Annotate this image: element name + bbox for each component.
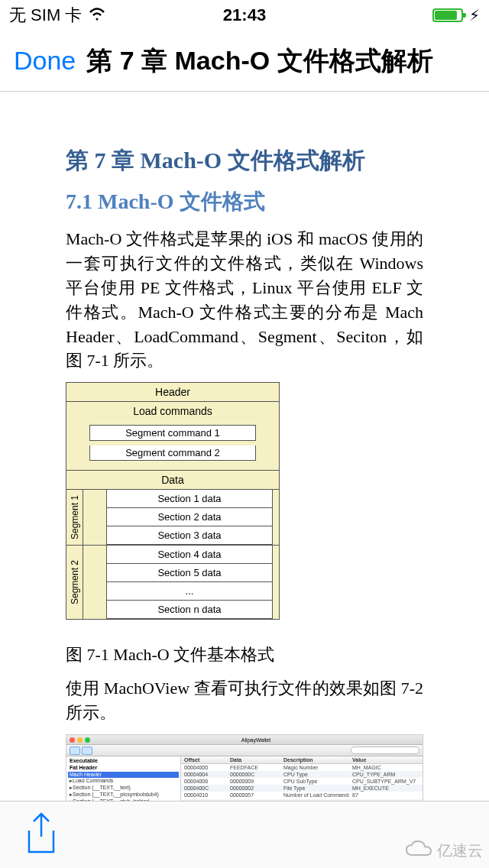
clock: 21:43	[223, 5, 266, 25]
figure-7-1-diagram: Header Load commands Segment command 1 S…	[66, 382, 280, 620]
table-cell: CPU SubType	[280, 778, 349, 785]
table-cell: Magic Number	[280, 764, 349, 771]
table-cell: 0000400C	[181, 785, 227, 792]
column-header: Offset	[181, 756, 227, 763]
table-cell: 00004008	[181, 778, 227, 785]
diagram-section: Section 2 data	[106, 507, 273, 526]
paragraph: 使用 MachOView 查看可执行文件的效果如图 7-2 所示。	[66, 676, 423, 725]
traffic-light-min-icon	[77, 737, 83, 743]
window-title: AlipayWallet	[241, 737, 270, 743]
tree-item: ▸Section (__TEXT,__text)	[68, 785, 179, 792]
table-row: 00004000FEEDFACEMagic NumberMH_MAGIC	[181, 764, 423, 771]
diagram-section: Section 5 data	[106, 563, 273, 582]
table-cell: 00000057	[227, 792, 280, 798]
column-header: Data	[227, 756, 280, 763]
paragraph: Mach-O 文件格式是苹果的 iOS 和 macOS 使用的一套可执行文件的文…	[66, 227, 423, 373]
column-header: Description	[280, 756, 349, 763]
share-button[interactable]	[24, 812, 58, 858]
table-cell: 00000002	[227, 785, 280, 792]
diagram-header-label: Header	[66, 383, 279, 402]
table-cell: Number of Load Commands	[280, 792, 349, 798]
search-field	[351, 747, 419, 754]
diagram-seg1-label: Segment 1	[70, 495, 80, 539]
document-content[interactable]: 第 7 章 Mach-O 文件格式解析 7.1 Mach-O 文件格式 Mach…	[0, 92, 489, 801]
table-cell: CPU_SUBTYPE_ARM_V7	[349, 778, 423, 785]
table-cell: 00000009	[227, 778, 280, 785]
diagram-segcmd-1: Segment command 1	[89, 425, 256, 441]
diagram-seg2-label: Segment 2	[70, 560, 80, 604]
table-cell: 00004000	[181, 764, 227, 771]
diagram-section: ...	[106, 581, 273, 601]
tree-item: Mach Header	[68, 772, 179, 779]
table-cell: CPU Type	[280, 771, 349, 778]
toolbar	[66, 744, 423, 756]
heading-1: 第 7 章 Mach-O 文件格式解析	[66, 145, 423, 177]
diagram-section: Section 1 data	[106, 489, 273, 508]
tree-sidebar: ExecutableFat HeaderMach Header▸Load Com…	[66, 756, 181, 801]
figure-caption: 图 7-1 Mach-O 文件基本格式	[66, 643, 423, 667]
traffic-light-max-icon	[85, 737, 90, 743]
watermark-text: 亿速云	[437, 840, 483, 861]
diagram-section: Section n data	[106, 600, 273, 619]
tree-item: Executable	[68, 758, 179, 765]
diagram-section: Section 4 data	[106, 545, 273, 564]
back-button-icon	[70, 747, 80, 755]
charging-icon: ⚡︎	[469, 6, 480, 24]
nav-bar: Done 第 7 章 Mach-O 文件格式解析	[0, 31, 489, 92]
table-row: 0000400800000009CPU SubTypeCPU_SUBTYPE_A…	[181, 778, 423, 785]
table-cell: MH_MAGIC	[349, 764, 423, 771]
table-cell: File Type	[280, 785, 349, 792]
table-cell: 0000000C	[227, 771, 280, 778]
forward-button-icon	[82, 747, 92, 755]
battery-icon	[432, 8, 463, 22]
share-icon	[24, 844, 58, 857]
diagram-data-label: Data	[66, 470, 279, 490]
tree-item: ▸Load Commands	[68, 778, 179, 785]
table-row: 0000401000000057Number of Load Commands8…	[181, 792, 423, 798]
tree-item: Fat Header	[68, 765, 179, 772]
tree-item: ▸Section (__TEXT,__picsymbolstub4)	[68, 792, 179, 798]
cloud-icon	[405, 840, 432, 862]
table-row: 0000400C00000002File TypeMH_EXECUTE	[181, 785, 423, 792]
window-titlebar: AlipayWallet	[66, 735, 423, 744]
table-cell: MH_EXECUTE	[349, 785, 423, 792]
status-bar: 无 SIM 卡 21:43 ⚡︎	[0, 0, 489, 31]
diagram-loadcmd-label: Load commands	[66, 402, 279, 420]
diagram-segcmd-2: Segment command 2	[89, 445, 256, 461]
table-row: 000040040000000CCPU TypeCPU_TYPE_ARM	[181, 771, 423, 778]
table-cell: CPU_TYPE_ARM	[349, 771, 423, 778]
data-table: OffsetDataDescriptionValue 00004000FEEDF…	[181, 756, 423, 801]
page-title: 第 7 章 Mach-O 文件格式解析	[86, 44, 432, 79]
carrier-label: 无 SIM 卡	[9, 4, 82, 27]
watermark: 亿速云	[405, 840, 483, 862]
figure-7-2-machoview: AlipayWallet ExecutableFat HeaderMach He…	[66, 734, 423, 801]
wifi-icon	[88, 5, 106, 25]
column-header: Value	[349, 756, 423, 763]
table-cell: FEEDFACE	[227, 764, 280, 771]
table-cell: 00004010	[181, 792, 227, 798]
heading-2: 7.1 Mach-O 文件格式	[66, 187, 423, 216]
table-cell: 00004004	[181, 771, 227, 778]
diagram-section: Section 3 data	[106, 526, 273, 545]
table-cell: 87	[349, 792, 423, 798]
done-button[interactable]: Done	[14, 46, 76, 76]
traffic-light-close-icon	[70, 737, 75, 743]
